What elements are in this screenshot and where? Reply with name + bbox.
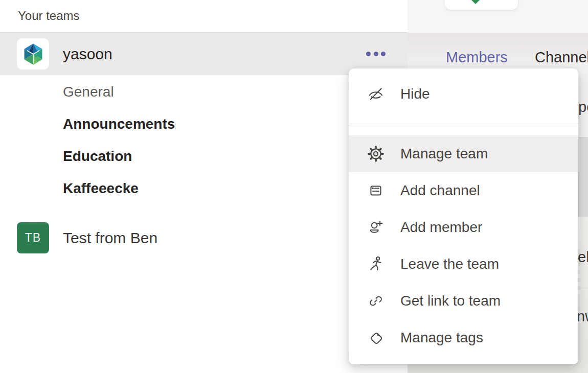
- gear-icon: [367, 145, 385, 163]
- team-name-yasoon: yasoon: [63, 45, 112, 63]
- more-horizontal-icon: [365, 52, 387, 56]
- menu-divider: [349, 124, 578, 124]
- menu-item-label: Add member: [400, 219, 482, 236]
- menu-item-add-member[interactable]: Add member: [349, 209, 578, 246]
- menu-item-label: Manage team: [400, 146, 488, 162]
- person-add-icon: [367, 218, 385, 237]
- background-row-band: [577, 137, 588, 217]
- team-row-yasoon[interactable]: yasoon: [0, 33, 408, 75]
- add-channel-icon: [367, 181, 385, 200]
- menu-item-manage-tags[interactable]: Manage tags: [349, 319, 578, 356]
- menu-item-label: Leave the team: [400, 256, 499, 272]
- channel-label: General: [63, 84, 114, 100]
- menu-item-label: Manage tags: [400, 330, 483, 346]
- tab-channels[interactable]: Channels: [535, 49, 588, 66]
- team-name-test-from-ben: Test from Ben: [63, 229, 157, 247]
- channel-label: Education: [63, 148, 132, 165]
- channel-label: Announcements: [63, 116, 175, 132]
- channel-item-education[interactable]: Education: [0, 140, 408, 172]
- menu-item-hide[interactable]: Hide: [349, 76, 578, 112]
- yasoon-team-avatar: [17, 38, 49, 69]
- team-context-menu: Hide: [349, 68, 578, 364]
- sidebar-header: Your teams: [0, 0, 408, 33]
- team-row-test-from-ben[interactable]: TB Test from Ben: [0, 217, 408, 260]
- team-logo-fragment-icon: [471, 0, 480, 4]
- person-running-icon: [367, 255, 385, 273]
- avatar-initials: TB: [25, 231, 41, 245]
- menu-item-add-channel[interactable]: Add channel: [349, 172, 578, 209]
- manage-team-tabs: Members Channels: [408, 49, 588, 69]
- background-text-fragment: nw: [577, 308, 588, 325]
- eye-off-icon: [367, 85, 385, 103]
- background-text-fragment: eh: [578, 249, 588, 266]
- channel-item-kaffeeecke[interactable]: Kaffeeecke: [0, 172, 408, 204]
- menu-item-label: Get link to team: [400, 293, 501, 309]
- background-text-fragment: pe: [578, 99, 588, 115]
- background-row-divider: [577, 288, 588, 288]
- menu-item-get-link[interactable]: Get link to team: [349, 283, 578, 319]
- link-icon: [367, 292, 385, 310]
- menu-item-leave-team[interactable]: Leave the team: [349, 246, 578, 283]
- channel-label: Kaffeeecke: [63, 180, 139, 197]
- yasoon-logo-icon: [22, 42, 44, 66]
- tab-members[interactable]: Members: [446, 49, 508, 66]
- tag-icon: [367, 329, 385, 347]
- channel-item-announcements[interactable]: Announcements: [0, 108, 408, 140]
- teams-app-window: Your teams: [0, 0, 588, 373]
- team-logo-card: [445, 0, 518, 10]
- channel-list: General Announcements Education Kaffeeec…: [0, 76, 408, 204]
- menu-item-label: Hide: [400, 86, 430, 102]
- your-teams-title: Your teams: [18, 9, 80, 23]
- channel-item-general[interactable]: General: [0, 76, 408, 108]
- menu-item-label: Add channel: [400, 182, 480, 199]
- teams-sidebar: Your teams: [0, 0, 408, 373]
- test-from-ben-avatar: TB: [17, 222, 49, 253]
- menu-item-manage-team[interactable]: Manage team: [349, 135, 578, 172]
